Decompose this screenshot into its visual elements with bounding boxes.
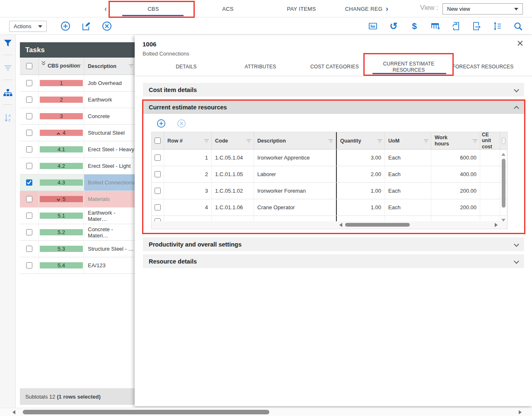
- row-checkbox[interactable]: [152, 150, 164, 166]
- sort-az-icon[interactable]: AZ: [3, 113, 13, 123]
- scroll-down-arrow[interactable]: [501, 219, 505, 222]
- description-cell[interactable]: Crane Operator: [254, 199, 336, 215]
- description-cell[interactable]: Materials: [84, 191, 135, 207]
- tab-cost-categories[interactable]: COST CATEGORIES: [297, 58, 372, 76]
- table-row[interactable]: 5 Materials: [20, 191, 135, 208]
- select-all-checkbox[interactable]: [20, 58, 39, 75]
- column-header-ce-unit-cost[interactable]: CE unit cost: [480, 132, 500, 149]
- tab-change-reg[interactable]: CHANGE REG›: [340, 0, 394, 17]
- actions-button[interactable]: Actions: [9, 21, 47, 32]
- filter-lines-icon[interactable]: [3, 63, 13, 73]
- description-cell[interactable]: Laborer: [254, 166, 336, 182]
- cbs-position-cell[interactable]: 5.2: [40, 229, 83, 235]
- description-cell[interactable]: Bolted Connections: [84, 174, 135, 191]
- cbs-position-cell[interactable]: 4.2: [40, 163, 83, 169]
- row-number-cell[interactable]: 1: [164, 150, 212, 166]
- description-cell[interactable]: Erect Steel - Heavy: [84, 141, 135, 157]
- description-cell[interactable]: Structural Steel: [84, 125, 135, 141]
- resource-row[interactable]: 2 1.C.01.1.05 Laborer 2.00 Each 400.00: [152, 166, 507, 183]
- row-checkbox[interactable]: [20, 75, 39, 91]
- work-hours-cell[interactable]: 400.00: [431, 166, 480, 182]
- quantity-cell[interactable]: 1.00: [337, 199, 385, 215]
- form-view-icon[interactable]: [368, 21, 378, 31]
- scroll-right-arrow[interactable]: [519, 410, 522, 414]
- uom-cell[interactable]: Each: [385, 150, 431, 166]
- table-row[interactable]: 4.1 Erect Steel - Heavy: [20, 141, 135, 158]
- tab-acs[interactable]: ACS: [199, 0, 257, 17]
- scroll-left-arrow[interactable]: [12, 410, 15, 414]
- uom-cell[interactable]: Each: [385, 199, 431, 215]
- import-icon[interactable]: [450, 21, 461, 31]
- quantity-cell[interactable]: 3.00: [337, 150, 385, 166]
- delete-resource-icon-disabled[interactable]: [177, 119, 186, 128]
- row-checkbox[interactable]: [20, 224, 39, 240]
- row-checkbox[interactable]: [152, 216, 164, 221]
- quantity-cell[interactable]: 1.00: [337, 183, 385, 199]
- uom-cell[interactable]: Each: [385, 166, 431, 182]
- resource-row[interactable]: 1 1.C.05.1.04 Ironworker Apprentice 3.00…: [152, 150, 507, 166]
- tab-forecast-resources[interactable]: FORECAST RESOURCES: [446, 58, 520, 76]
- row-number-cell[interactable]: 3: [164, 183, 212, 199]
- collapse-all-icon[interactable]: [41, 60, 46, 66]
- description-cell[interactable]: Ironworker Apprentice: [254, 150, 336, 166]
- collapse-icon[interactable]: [57, 132, 60, 135]
- table-row[interactable]: 5.4 EA/123: [20, 257, 135, 274]
- column-header-description[interactable]: Description: [84, 58, 135, 75]
- column-header-description[interactable]: Description: [254, 132, 336, 149]
- tab-pay-items[interactable]: PAY ITEMS: [271, 0, 331, 17]
- ce-unit-cost-cell[interactable]: [480, 150, 500, 166]
- filter-icon[interactable]: [128, 64, 134, 68]
- section-cost-item-details[interactable]: Cost item details: [143, 83, 524, 97]
- description-cell[interactable]: Concrete - Materi…: [84, 224, 135, 240]
- code-cell[interactable]: 1.C.01.1.05: [212, 166, 254, 182]
- column-header-cbs-position[interactable]: CBS position: [39, 58, 84, 75]
- cbs-position-cell[interactable]: 2: [40, 97, 83, 103]
- scrollbar-thumb[interactable]: [23, 410, 269, 414]
- resource-row-partial[interactable]: [152, 216, 507, 221]
- horizontal-scrollbar[interactable]: [337, 221, 501, 229]
- table-row[interactable]: 4 Structural Steel: [20, 125, 135, 141]
- scrollbar-thumb[interactable]: [502, 159, 505, 208]
- description-cell[interactable]: Erect Steel - Light: [84, 158, 135, 174]
- filter-icon[interactable]: [472, 139, 478, 143]
- row-checkbox[interactable]: [20, 257, 39, 273]
- chevron-right-icon[interactable]: ›: [386, 5, 388, 13]
- column-header-quantity[interactable]: Quantity: [337, 132, 385, 149]
- scroll-left-arrow[interactable]: [339, 223, 342, 227]
- scrollbar-thumb[interactable]: [345, 223, 410, 227]
- description-cell[interactable]: EA/123: [84, 257, 135, 273]
- column-header-row[interactable]: Row #: [164, 132, 212, 149]
- ce-unit-cost-cell[interactable]: [480, 183, 500, 199]
- description-cell[interactable]: Earthwork - Mater…: [84, 208, 135, 224]
- row-checkbox[interactable]: [20, 191, 39, 207]
- resource-row[interactable]: 4 1.C.01.1.06 Crane Operator 1.00 Each 2…: [152, 199, 507, 216]
- row-checkbox[interactable]: [20, 241, 39, 257]
- cbs-position-cell[interactable]: 4.3: [40, 179, 83, 186]
- row-checkbox[interactable]: [152, 183, 164, 199]
- code-cell[interactable]: 1.C.05.1.02: [212, 183, 254, 199]
- code-cell[interactable]: 1.C.05.1.04: [212, 150, 254, 166]
- hierarchy-icon[interactable]: [3, 88, 13, 98]
- scroll-up-arrow[interactable]: [501, 153, 505, 156]
- row-checkbox[interactable]: [20, 108, 39, 124]
- table-row[interactable]: 3 Concrete: [20, 108, 135, 125]
- tab-attributes[interactable]: ATTRIBUTES: [223, 58, 297, 76]
- table-row-selected[interactable]: 4.3 Bolted Connections: [20, 174, 135, 191]
- row-checkbox[interactable]: [20, 208, 39, 224]
- row-checkbox[interactable]: [20, 174, 39, 191]
- row-number-cell[interactable]: 2: [164, 166, 212, 182]
- section-resource-details[interactable]: Resource details: [143, 254, 524, 268]
- uom-cell[interactable]: Each: [385, 183, 431, 199]
- cbs-position-cell[interactable]: 4: [40, 130, 83, 136]
- code-cell[interactable]: 1.C.01.1.06: [212, 199, 254, 215]
- cbs-position-cell[interactable]: 4.1: [40, 146, 83, 152]
- filter-icon[interactable]: [423, 139, 429, 143]
- cbs-position-cell[interactable]: 5.4: [40, 262, 83, 268]
- add-column-icon[interactable]: [430, 21, 440, 31]
- filter-icon[interactable]: [246, 139, 251, 143]
- row-checkbox[interactable]: [20, 125, 39, 141]
- column-header-uom[interactable]: UoM: [385, 132, 431, 149]
- add-icon[interactable]: [60, 21, 71, 31]
- add-resource-icon[interactable]: [156, 119, 166, 128]
- filter-icon[interactable]: [204, 139, 209, 143]
